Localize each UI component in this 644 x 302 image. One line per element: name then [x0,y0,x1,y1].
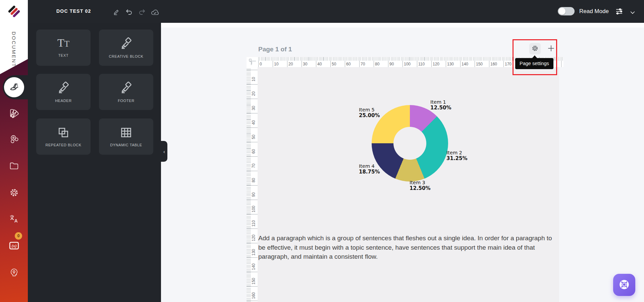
block-repeated[interactable]: REPEATED BLOCK [36,118,91,155]
chart-label-item1: Item 112.50% [430,99,451,110]
editor-canvas: Page 1 of 1 01020304050607080901 [161,23,644,302]
translate-icon: A [9,214,19,225]
sidebar-item-files[interactable] [0,159,28,173]
folder-icon [9,161,19,172]
table-grid-icon [120,126,132,140]
block-dynamic-table[interactable]: DYNAMIC TABLE [99,118,153,155]
chart-label-item4: Item 418.75% [359,163,380,174]
chevron-down-icon [629,12,636,17]
block-header[interactable]: HEADER [36,74,91,110]
h-ruler-number: 30 [303,62,307,66]
lifebuoy-icon [619,279,630,291]
undo-button[interactable] [125,8,133,17]
v-ruler-number: 50 [251,134,257,140]
document-page[interactable]: Item 112.50% Item 231.25% Item 312.50% I… [258,67,559,302]
gear-icon [9,188,19,199]
donut-chart[interactable] [372,105,448,182]
v-ruler-number: 160 [251,292,257,299]
view-settings-button[interactable] [615,7,624,16]
ruler-corner-icon [247,57,258,67]
paragraph-block[interactable]: Add a paragraph which is a group of sent… [258,234,553,261]
page-settings-tooltip: Page settings [515,58,553,69]
chart-label-item2: Item 231.25% [446,150,467,161]
h-ruler-number: 10 [274,62,278,66]
molecule-icon [9,134,19,145]
canvas-top-strip [161,23,644,28]
brand-logo-icon[interactable] [7,4,21,18]
sidebar-item-insights[interactable] [0,266,28,279]
head-bulb-icon [9,267,19,278]
marker-icon [57,81,70,96]
block-label: CREATIVE BLOCK [109,54,144,58]
svg-text:(x): (x) [11,244,16,248]
v-ruler-number: 110 [251,220,257,227]
color-palette-icon [9,108,19,119]
h-ruler-number: 50 [332,62,336,66]
primary-sidebar: DOCUMENT [0,0,28,302]
redo-icon [138,12,146,17]
v-ruler-number: 100 [251,206,257,212]
block-label: HEADER [55,99,71,103]
h-ruler-number: 100 [404,62,411,66]
variables-icon: (x) [8,240,20,252]
marker-icon [119,81,133,96]
creative-tools-icon [8,81,20,94]
block-footer[interactable]: FOOTER [99,74,153,110]
document-title: DOC TEST 02 [56,8,91,14]
collapse-topbar-button[interactable] [628,8,637,17]
v-ruler-number: 120 [251,235,257,241]
v-ruler-number: 40 [251,119,257,126]
redo-button[interactable] [138,8,146,17]
h-ruler-number: 80 [375,62,379,66]
variables-count-badge: 0 [15,232,22,240]
h-ruler-number: 130 [447,62,454,66]
h-ruler-number: 110 [418,62,425,66]
panel-collapse-button[interactable]: ‹ [161,141,167,162]
v-ruler-number: 140 [251,263,257,270]
save-status [151,8,159,17]
sidebar-item-data-model[interactable] [0,133,28,146]
v-ruler-number: 70 [251,162,257,169]
sidebar-item-translations[interactable]: A [0,212,28,226]
page-settings-button[interactable] [529,43,541,54]
v-ruler-number: 20 [251,90,257,97]
add-page-button[interactable] [545,43,557,54]
sidebar-item-settings[interactable] [0,186,28,200]
overlap-squares-icon [57,126,70,140]
v-ruler-number: 30 [251,105,257,111]
h-ruler-number: 70 [361,62,365,66]
sidebar-item-styles[interactable] [0,107,28,120]
undo-icon [125,12,133,17]
h-ruler-number: 170 [505,62,512,66]
plus-icon [547,44,555,54]
read-mode-label: Read Mode [579,8,609,15]
h-ruler-number: 60 [346,62,351,66]
v-ruler-number: 150 [251,278,257,285]
h-ruler-number: 20 [288,62,293,66]
blocks-panel: TT TEXT CREATIVE BLOCK [28,23,161,302]
rename-document-button[interactable] [112,8,121,17]
read-mode-toggle[interactable] [558,7,575,15]
vertical-ruler[interactable]: 102030405060708090100110120130140150160 [247,67,258,302]
text-icon: TT [57,38,69,50]
block-creative[interactable]: CREATIVE BLOCK [99,30,153,66]
v-ruler-number: 80 [251,177,257,184]
app: DOC TEST 02 [0,0,644,302]
v-ruler-number: 10 [251,76,257,83]
sidebar-item-variables[interactable]: (x) [0,239,28,253]
h-ruler-number: 90 [389,62,394,66]
pencil-icon [112,12,120,17]
v-ruler-number: 90 [251,191,257,198]
sliders-icon [615,11,623,16]
page-counter: Page 1 of 1 [258,46,292,53]
help-fab-button[interactable] [613,274,635,296]
marker-icon [119,37,133,51]
sidebar-product-label: DOCUMENT [0,24,28,74]
toggle-knob [558,8,566,15]
h-ruler-number: 150 [476,62,483,66]
block-text[interactable]: TT TEXT [36,30,91,66]
topbar: DOC TEST 02 [28,0,644,23]
chart-label-item5: Item 525.00% [359,107,380,118]
h-ruler-number: 140 [462,62,468,66]
sidebar-item-design-active[interactable] [4,77,24,97]
